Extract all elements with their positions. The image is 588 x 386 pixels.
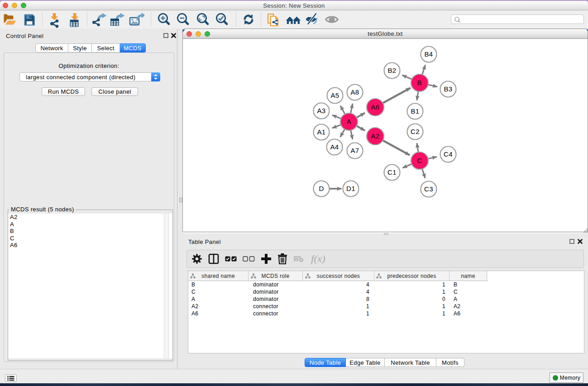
svg-text:A: A [347, 118, 351, 125]
svg-text:B2: B2 [387, 67, 396, 74]
svg-text:D1: D1 [346, 185, 355, 192]
svg-text:A2: A2 [371, 132, 379, 140]
svg-text:A5: A5 [330, 91, 339, 99]
svg-text:B1: B1 [411, 107, 419, 115]
svg-text:D: D [319, 185, 324, 192]
svg-text:C2: C2 [411, 128, 420, 135]
svg-text:A7: A7 [350, 147, 359, 154]
svg-text:B3: B3 [444, 85, 452, 93]
svg-text:B4: B4 [424, 50, 433, 58]
svg-text:A6: A6 [371, 103, 379, 111]
svg-text:C1: C1 [387, 168, 397, 176]
svg-text:A1: A1 [317, 128, 325, 136]
svg-text:B: B [417, 79, 422, 86]
svg-text:A8: A8 [350, 88, 359, 96]
svg-text:A4: A4 [330, 143, 339, 151]
svg-text:A3: A3 [317, 107, 325, 114]
svg-text:C: C [417, 157, 422, 164]
svg-text:C4: C4 [444, 150, 453, 158]
svg-text:C3: C3 [424, 185, 433, 193]
